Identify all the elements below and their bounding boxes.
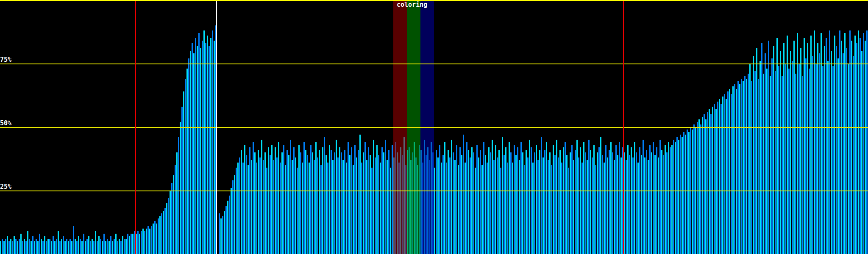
bar: [42, 241, 44, 254]
bar: [49, 239, 50, 254]
bar: [227, 201, 228, 254]
bar: [492, 140, 493, 254]
bar: [522, 152, 523, 254]
bar: [760, 61, 761, 254]
bar: [680, 135, 681, 254]
bar: [461, 155, 462, 254]
bar: [15, 239, 17, 254]
bar: [268, 147, 269, 254]
bar: [266, 168, 267, 254]
bar: [624, 152, 625, 254]
bar: [488, 147, 490, 254]
bar: [546, 142, 547, 254]
bar: [787, 36, 788, 254]
bar: [478, 157, 479, 254]
bar: [800, 48, 801, 254]
bar: [459, 147, 461, 254]
bar: [259, 157, 261, 254]
bar: [548, 160, 549, 254]
bar: [634, 142, 635, 254]
bar: [778, 66, 779, 254]
bar: [149, 229, 150, 254]
bar: [532, 163, 534, 254]
bar: [349, 155, 351, 254]
bar: [219, 213, 220, 254]
bar: [261, 140, 262, 254]
bar: [763, 74, 764, 254]
bar: [64, 241, 66, 254]
bar: [276, 157, 278, 254]
bar: [370, 155, 371, 254]
bar: [329, 145, 330, 254]
bar: [458, 165, 459, 254]
bar: [334, 152, 335, 254]
bar: [31, 241, 32, 254]
bar: [483, 142, 484, 254]
bar: [224, 211, 225, 254]
bar: [665, 145, 666, 254]
bar: [780, 51, 781, 254]
bar: [561, 163, 562, 254]
bar: [88, 236, 89, 254]
bar: [531, 147, 532, 254]
bar: [107, 239, 108, 254]
bar: [307, 155, 308, 254]
bar: [337, 157, 339, 254]
bar: [578, 157, 579, 254]
bar: [766, 69, 768, 254]
bar: [117, 241, 118, 254]
bar: [66, 239, 67, 254]
bar: [583, 142, 584, 254]
bar: [475, 168, 476, 254]
bar: [581, 163, 583, 254]
bar: [612, 152, 613, 254]
bar: [729, 89, 730, 254]
bar: [256, 163, 257, 254]
bar: [463, 135, 464, 254]
bar: [736, 89, 737, 254]
bar: [434, 168, 435, 254]
bar: [442, 155, 444, 254]
bar: [619, 142, 620, 254]
bar: [244, 145, 245, 254]
bar: [271, 145, 273, 254]
bar: [663, 155, 664, 254]
bar: [815, 64, 817, 254]
bar: [824, 46, 825, 254]
bar: [254, 152, 256, 254]
bar: [292, 160, 293, 254]
bar: [563, 147, 564, 254]
bar: [588, 140, 590, 254]
bar: [287, 150, 288, 254]
bar: [129, 236, 130, 254]
bar: [510, 152, 512, 254]
bar: [758, 79, 759, 254]
bar: [754, 71, 756, 254]
bar: [568, 168, 569, 254]
bar: [163, 211, 164, 254]
bar: [32, 236, 33, 254]
bar: [231, 188, 232, 254]
bar: [473, 152, 474, 254]
bar: [793, 41, 795, 254]
bar: [436, 150, 437, 254]
bar: [222, 216, 223, 254]
bar: [170, 190, 171, 254]
bar: [263, 160, 264, 254]
bar: [326, 155, 327, 254]
bar: [685, 135, 686, 254]
bar: [500, 168, 501, 254]
grid-line-50: [0, 127, 868, 128]
bar: [36, 239, 37, 254]
bar: [497, 157, 498, 254]
bar: [131, 234, 132, 254]
bar: [312, 152, 313, 254]
bar: [626, 160, 627, 254]
bar: [54, 241, 56, 254]
bar: [668, 142, 669, 254]
bar: [137, 231, 139, 254]
bar: [209, 46, 210, 254]
bar: [359, 135, 361, 254]
bar: [448, 150, 449, 254]
bar: [53, 236, 54, 254]
